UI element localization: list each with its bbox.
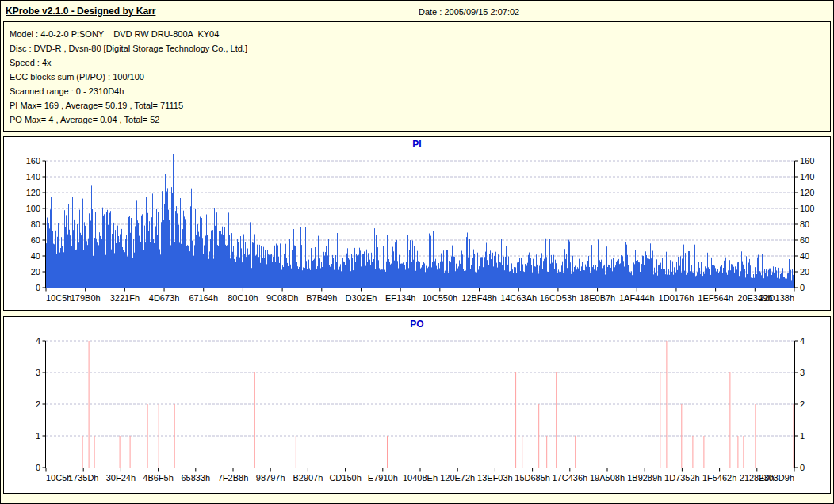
svg-text:3221Fh: 3221Fh xyxy=(110,293,140,303)
svg-text:12BF48h: 12BF48h xyxy=(461,293,497,303)
svg-text:2: 2 xyxy=(800,399,805,409)
svg-text:30F24h: 30F24h xyxy=(106,473,136,483)
svg-text:15D685h: 15D685h xyxy=(515,473,550,483)
svg-text:1: 1 xyxy=(800,431,805,441)
svg-text:1F5462h: 1F5462h xyxy=(702,473,736,483)
pi-chart: 0020204040606080801001001201201401401601… xyxy=(4,151,832,310)
svg-text:1: 1 xyxy=(36,431,40,441)
kprobe-window: KProbe v2.1.0 - Designed by Karr Date : … xyxy=(0,0,834,504)
info-speed: Speed : 4x xyxy=(10,55,830,70)
svg-text:7F2B8h: 7F2B8h xyxy=(218,473,249,483)
svg-text:4: 4 xyxy=(800,336,805,346)
app-title: KProbe v2.1.0 - Designed by Karr xyxy=(6,6,155,17)
svg-text:19A508h: 19A508h xyxy=(590,473,625,483)
pi-chart-title: PI xyxy=(4,137,830,151)
svg-text:20: 20 xyxy=(31,267,40,277)
svg-text:65833h: 65833h xyxy=(181,473,210,483)
svg-text:3: 3 xyxy=(800,368,805,377)
svg-text:2303D9h: 2303D9h xyxy=(759,473,794,483)
svg-text:B2907h: B2907h xyxy=(293,473,323,483)
svg-text:80: 80 xyxy=(31,220,40,229)
svg-text:80C10h: 80C10h xyxy=(228,293,258,303)
svg-text:100: 100 xyxy=(26,204,40,213)
svg-text:80: 80 xyxy=(800,220,809,229)
svg-text:60: 60 xyxy=(31,235,40,245)
svg-text:0: 0 xyxy=(800,283,805,292)
svg-text:0: 0 xyxy=(36,283,40,292)
svg-text:40: 40 xyxy=(800,251,809,261)
info-pi-stats: PI Max= 169 , Average= 50.19 , Total= 71… xyxy=(10,98,830,113)
svg-text:13EF03h: 13EF03h xyxy=(477,473,513,483)
svg-text:1AF444h: 1AF444h xyxy=(619,293,655,303)
info-disc: Disc : DVD-R , Dvsn-80 [Digital Storage … xyxy=(10,41,830,55)
svg-text:179B0h: 179B0h xyxy=(71,293,101,303)
po-chart: 001122334410C5h1735Dh30F24h4B6F5h65833h7… xyxy=(4,331,832,493)
svg-text:4B6F5h: 4B6F5h xyxy=(143,473,174,483)
info-model: Model : 4-0-2-0 P:SONY DVD RW DRU-800A K… xyxy=(10,27,830,41)
svg-text:120E72h: 120E72h xyxy=(440,473,475,483)
svg-text:0: 0 xyxy=(800,463,805,472)
svg-text:3: 3 xyxy=(36,368,40,377)
svg-text:0: 0 xyxy=(36,463,40,472)
po-chart-panel: PO 001122334410C5h1735Dh30F24h4B6F5h6583… xyxy=(3,316,831,494)
pi-chart-panel: PI 0020204040606080801001001201201401401… xyxy=(3,136,831,311)
svg-text:160: 160 xyxy=(26,156,40,166)
svg-text:1735Dh: 1735Dh xyxy=(68,473,99,483)
svg-text:10408Eh: 10408Eh xyxy=(403,473,438,483)
svg-text:B7B49h: B7B49h xyxy=(306,293,337,303)
svg-text:14C63Ah: 14C63Ah xyxy=(500,293,537,303)
svg-text:140: 140 xyxy=(26,172,40,181)
scan-date: Date : 2005/09/15 2:07:02 xyxy=(419,7,519,17)
svg-text:20: 20 xyxy=(800,267,809,277)
svg-text:67164h: 67164h xyxy=(189,293,218,303)
svg-text:16CD53h: 16CD53h xyxy=(540,293,576,303)
svg-text:120: 120 xyxy=(26,188,40,197)
svg-text:10C5h: 10C5h xyxy=(46,293,71,303)
info-scanned-range: Scanned range : 0 - 2310D4h xyxy=(10,84,830,98)
svg-text:1B9289h: 1B9289h xyxy=(627,473,662,483)
svg-text:10C550h: 10C550h xyxy=(423,293,458,303)
svg-text:4D673h: 4D673h xyxy=(149,293,180,303)
svg-text:E7910h: E7910h xyxy=(368,473,398,483)
svg-text:22D138h: 22D138h xyxy=(759,293,794,303)
svg-text:120: 120 xyxy=(800,188,814,197)
svg-text:17C436h: 17C436h xyxy=(552,473,587,483)
svg-text:CD150h: CD150h xyxy=(329,473,361,483)
svg-text:18E0B7h: 18E0B7h xyxy=(580,293,615,303)
svg-text:4: 4 xyxy=(36,336,40,346)
info-ecc-sum: ECC blocks sum (PI/PO) : 100/100 xyxy=(10,70,830,84)
scan-info-box: Model : 4-0-2-0 P:SONY DVD RW DRU-800A K… xyxy=(3,21,831,132)
svg-text:40: 40 xyxy=(31,251,40,261)
svg-text:160: 160 xyxy=(800,156,814,166)
svg-text:100: 100 xyxy=(800,204,814,213)
title-row: KProbe v2.1.0 - Designed by Karr Date : … xyxy=(1,1,833,21)
svg-text:98797h: 98797h xyxy=(256,473,285,483)
svg-text:EF134h: EF134h xyxy=(385,293,416,303)
svg-text:9C08Dh: 9C08Dh xyxy=(266,293,298,303)
svg-text:2: 2 xyxy=(36,399,40,409)
svg-text:1D7352h: 1D7352h xyxy=(664,473,700,483)
svg-text:1EF564h: 1EF564h xyxy=(698,293,733,303)
po-chart-title: PO xyxy=(4,317,830,331)
svg-text:D302Eh: D302Eh xyxy=(346,293,377,303)
svg-text:1D0176h: 1D0176h xyxy=(659,293,694,303)
svg-text:60: 60 xyxy=(800,235,809,245)
svg-text:140: 140 xyxy=(800,172,814,181)
info-po-stats: PO Max= 4 , Average= 0.04 , Total= 52 xyxy=(10,113,830,127)
